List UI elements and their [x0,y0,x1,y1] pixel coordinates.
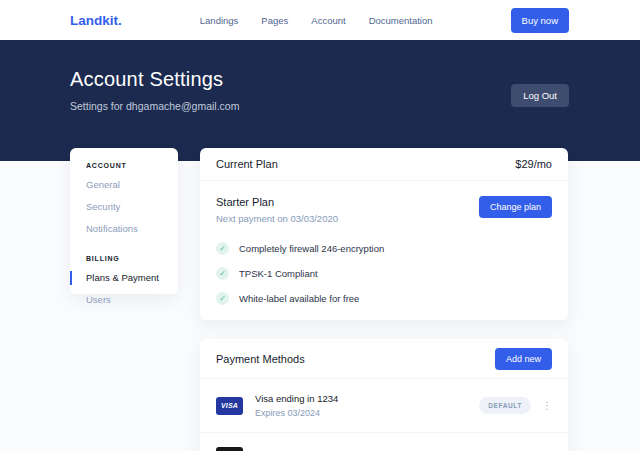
nav-link-landings[interactable]: Landings [200,15,239,26]
current-plan-card: Current Plan $29/mo Starter Plan Next pa… [200,148,568,320]
sidebar-item-security[interactable]: Security [86,201,162,213]
plan-info: Starter Plan Next payment on 03/03/2020 [216,196,338,224]
payment-method-row-mastercard: Mastercard ending in 1234 ⋮ [200,432,568,451]
change-plan-button[interactable]: Change plan [479,196,552,218]
visa-logo-icon: VISA [216,397,243,415]
payment-methods-card: Payment Methods Add new VISA Visa ending… [200,339,568,451]
buy-now-button[interactable]: Buy now [511,8,569,33]
mastercard-logo-icon [216,447,243,451]
nav-link-documentation[interactable]: Documentation [369,15,433,26]
payment-methods-header: Payment Methods Add new [200,339,568,379]
logout-button[interactable]: Log Out [511,84,569,107]
check-icon: ✓ [216,267,229,280]
feature-item: ✓ TPSK-1 Compliant [216,267,552,280]
add-new-button[interactable]: Add new [495,348,552,370]
feature-item: ✓ Completely firewall 246-encryption [216,242,552,255]
settings-sidebar: ACCOUNT General Security Notifications B… [70,148,178,294]
sidebar-item-plans-payment[interactable]: Plans & Payment [86,272,162,284]
nav-links: Landings Pages Account Documentation [122,15,511,26]
hero-header: Account Settings Settings for dhgamache@… [0,40,640,161]
sidebar-item-general[interactable]: General [86,179,162,191]
check-icon: ✓ [216,242,229,255]
plan-features: ✓ Completely firewall 246-encryption ✓ T… [216,242,552,305]
feature-item: ✓ White-label available for free [216,292,552,305]
feature-label: TPSK-1 Compliant [239,268,318,279]
plan-next-payment: Next payment on 03/03/2020 [216,213,338,224]
sidebar-heading-account: ACCOUNT [86,162,162,169]
settings-panels: Current Plan $29/mo Starter Plan Next pa… [200,148,568,451]
sidebar-heading-billing: BILLING [86,255,162,262]
sidebar-item-notifications[interactable]: Notifications [86,223,162,235]
sidebar-item-users[interactable]: Users [86,294,162,306]
page-subtitle: Settings for dhgamache@gmail.com [70,100,569,112]
feature-label: Completely firewall 246-encryption [239,243,384,254]
default-badge: DEFAULT [479,397,531,414]
plan-name: Starter Plan [216,196,338,208]
navbar: Landkit. Landings Pages Account Document… [0,0,640,40]
check-icon: ✓ [216,292,229,305]
payment-method-info: Visa ending in 1234 Expires 03/2024 [255,393,338,418]
nav-link-pages[interactable]: Pages [261,15,288,26]
nav-link-account[interactable]: Account [311,15,345,26]
payment-method-row-visa: VISA Visa ending in 1234 Expires 03/2024… [200,379,568,432]
payment-method-title: Visa ending in 1234 [255,393,338,404]
logo[interactable]: Landkit. [70,13,122,28]
page-title: Account Settings [70,68,569,91]
current-plan-header: Current Plan $29/mo [200,148,568,181]
current-plan-title: Current Plan [216,158,278,170]
feature-label: White-label available for free [239,293,359,304]
current-plan-body: Starter Plan Next payment on 03/03/2020 … [200,181,568,320]
kebab-menu-icon[interactable]: ⋮ [542,401,552,411]
main-content: ACCOUNT General Security Notifications B… [0,148,640,451]
plan-row: Starter Plan Next payment on 03/03/2020 … [216,196,552,224]
payment-methods-title: Payment Methods [216,353,305,365]
current-plan-price: $29/mo [515,158,552,170]
payment-method-expiry: Expires 03/2024 [255,408,338,418]
